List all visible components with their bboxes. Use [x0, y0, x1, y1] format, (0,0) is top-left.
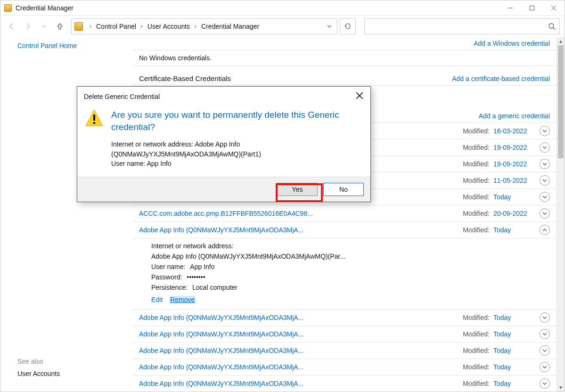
chevron-right-icon: › [87, 23, 94, 30]
chevron-down-icon[interactable] [540, 312, 550, 323]
address-label: Internet or network address: [151, 242, 233, 250]
yes-button[interactable]: Yes [277, 183, 318, 196]
modified-value: 20-09-2022 [493, 210, 533, 217]
credential-row[interactable]: Adobe App Info (Q0NMaWJyYXJ5Mnt9MjAxODA3… [132, 343, 557, 359]
nav-row: › Control Panel › User Accounts › Creden… [0, 16, 565, 37]
dialog-question: Are you sure you want to permanently del… [111, 109, 359, 133]
credential-row[interactable]: Adobe App Info (Q0NMaWJyYXJ5Mnt9MjAxODA3… [132, 222, 557, 238]
chevron-right-icon: › [192, 23, 199, 30]
modified-value: Today [493, 193, 533, 201]
recent-dropdown[interactable] [37, 20, 50, 33]
chevron-right-icon: › [138, 23, 146, 30]
credential-name[interactable]: Adobe App Info (Q0NMaWJyYXJ5Mnt9MjAxODA3… [139, 347, 459, 354]
chevron-down-icon[interactable] [540, 192, 550, 202]
control-panel-home-link[interactable]: Control Panel Home [17, 42, 132, 49]
modified-label: Modified: [463, 160, 490, 168]
credential-row[interactable]: ACCC.com.adobe.acc.pmp.B12FFBFB5526016E0… [132, 205, 557, 222]
modified-value: Today [493, 226, 533, 234]
svg-line-5 [553, 28, 555, 30]
modified-value: 16-03-2022 [493, 127, 533, 135]
breadcrumb-item[interactable]: Control Panel [95, 22, 137, 31]
vertical-scrollbar[interactable]: ▲ ▼ [557, 37, 565, 392]
chevron-down-icon[interactable] [540, 126, 550, 136]
search-icon [548, 23, 556, 30]
modified-label: Modified: [463, 380, 490, 387]
chevron-down-icon[interactable] [540, 159, 550, 169]
minimize-button[interactable] [499, 0, 521, 16]
add-windows-cred-link[interactable]: Add a Windows credential [474, 40, 550, 47]
credential-row[interactable]: Adobe App Info (Q0NMaWJyYXJ5Mnt9MjAxODA3… [132, 359, 557, 376]
chevron-up-icon[interactable] [540, 225, 550, 235]
modified-value: 19-09-2022 [493, 144, 533, 151]
user-accounts-link[interactable]: User Accounts [17, 370, 132, 377]
up-button[interactable] [53, 20, 66, 33]
credential-details: Internet or network address: Adobe App I… [132, 238, 557, 310]
address-icon [74, 22, 83, 31]
credential-name[interactable]: ACCC.com.adobe.acc.pmp.B12FFBFB5526016E0… [139, 210, 459, 217]
chevron-down-icon[interactable] [540, 362, 550, 372]
persistence-value: Local computer [192, 284, 237, 291]
chevron-down-icon[interactable] [540, 378, 550, 389]
search-input[interactable] [368, 22, 548, 31]
modified-label: Modified: [463, 210, 490, 217]
close-button[interactable] [543, 0, 565, 16]
modified-value: Today [493, 330, 533, 338]
scroll-down-button[interactable]: ▼ [557, 384, 565, 392]
address-dropdown[interactable] [324, 24, 335, 29]
scroll-up-button[interactable]: ▲ [557, 37, 565, 45]
titlebar: Credential Manager [0, 0, 565, 16]
back-button[interactable] [5, 20, 18, 33]
dialog-close-button[interactable] [355, 91, 364, 101]
modified-label: Modified: [463, 144, 490, 151]
chevron-down-icon[interactable] [540, 345, 550, 356]
modified-label: Modified: [463, 127, 490, 135]
credential-name[interactable]: Adobe App Info (Q0NMaWJyYXJ5Mnt9MjAxODA3… [139, 380, 459, 387]
no-windows-creds-text: No Windows credentials. [132, 50, 557, 66]
credential-name[interactable]: Adobe App Info (Q0NMaWJyYXJ5Mnt9MjAxODA3… [139, 330, 459, 338]
edit-link[interactable]: Edit [151, 296, 163, 303]
chevron-down-icon[interactable] [540, 175, 550, 186]
password-value: •••••••• [187, 273, 205, 281]
modified-label: Modified: [463, 193, 490, 201]
dialog-detail-line2: User name: App Info [111, 159, 359, 168]
breadcrumb-item[interactable]: User Accounts [147, 22, 191, 31]
credential-name[interactable]: Adobe App Info (Q0NMaWJyYXJ5Mnt9MjAxODA3… [139, 226, 459, 234]
credential-name[interactable]: Adobe App Info (Q0NMaWJyYXJ5Mnt9MjAxODA3… [139, 314, 459, 321]
password-label: Password: [151, 273, 182, 281]
svg-rect-1 [530, 6, 534, 10]
add-generic-cred-link[interactable]: Add a generic credential [479, 112, 550, 120]
cert-cred-title: Certificate-Based Credentials [139, 74, 231, 82]
no-button[interactable]: No [323, 183, 364, 196]
credential-row[interactable]: Adobe App Info (Q0NMaWJyYXJ5Mnt9MjAxODA3… [132, 310, 557, 326]
credential-row[interactable]: Adobe App Info (Q0NMaWJyYXJ5Mnt9MjAxODA3… [132, 326, 557, 343]
window-title: Credential Manager [16, 4, 74, 12]
modified-value: 19-09-2022 [493, 160, 533, 168]
remove-link[interactable]: Remove [169, 296, 196, 303]
credential-name[interactable]: Adobe App Info (Q0NMaWJyYXJ5Mnt9MjAxODA3… [139, 363, 459, 371]
chevron-down-icon[interactable] [540, 142, 550, 153]
add-cert-cred-link[interactable]: Add a certificate-based credential [452, 75, 550, 82]
svg-rect-9 [93, 114, 95, 121]
app-icon [4, 4, 12, 12]
delete-credential-dialog: Delete Generic Credential Are you sure y… [77, 86, 371, 202]
see-also-label: See also [17, 358, 132, 365]
window-controls [499, 0, 565, 16]
modified-value: Today [493, 314, 533, 321]
username-value: App Info [190, 263, 214, 270]
dialog-title: Delete Generic Credential [84, 93, 160, 100]
address-bar[interactable]: › Control Panel › User Accounts › Creden… [71, 18, 337, 34]
maximize-button[interactable] [521, 0, 543, 16]
modified-label: Modified: [463, 330, 490, 338]
dialog-detail-line1: Internet or network address: Adobe App I… [111, 139, 359, 159]
modified-label: Modified: [463, 226, 490, 234]
modified-value: 11-05-2022 [493, 177, 533, 184]
scroll-thumb[interactable] [558, 45, 564, 158]
chevron-down-icon[interactable] [540, 208, 550, 219]
chevron-down-icon[interactable] [540, 329, 550, 339]
forward-button[interactable] [21, 20, 34, 33]
search-box[interactable] [364, 18, 560, 34]
credential-row[interactable]: Adobe App Info (Q0NMaWJyYXJ5Mnt9MjAxODA3… [132, 376, 557, 392]
refresh-button[interactable] [340, 18, 356, 34]
breadcrumb-item[interactable]: Credential Manager [200, 22, 260, 31]
modified-label: Modified: [463, 177, 490, 184]
